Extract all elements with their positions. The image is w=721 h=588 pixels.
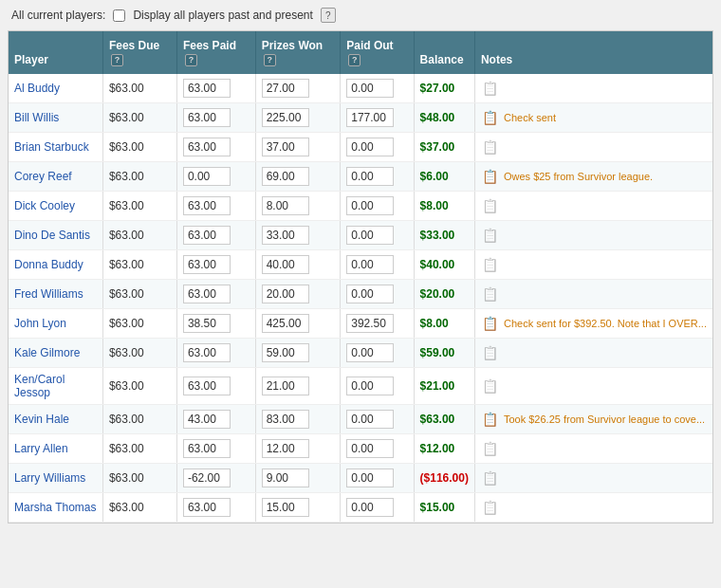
notes-cell: 📋 <box>474 492 712 522</box>
note-filled-icon[interactable]: 📋 <box>481 410 500 429</box>
note-filled-icon[interactable]: 📋 <box>481 167 500 186</box>
fees-paid-cell[interactable]: 63.00 <box>176 191 255 220</box>
table-row: Brian Starbuck$63.0063.0037.000.00$37.00… <box>9 132 712 161</box>
player-link[interactable]: Larry Williams <box>14 471 85 485</box>
player-link[interactable]: Ken/Carol Jessop <box>14 373 65 399</box>
note-empty-icon[interactable]: 📋 <box>481 196 500 215</box>
table-row: John Lyon$63.0038.50425.00392.50$8.00📋Ch… <box>9 308 712 338</box>
player-link[interactable]: Bill Willis <box>14 111 59 124</box>
note-empty-icon[interactable]: 📋 <box>481 498 500 517</box>
prizes-won-cell[interactable]: 21.00 <box>255 367 341 404</box>
fees-paid-cell[interactable]: -62.00 <box>176 463 255 492</box>
player-link[interactable]: Donna Buddy <box>14 258 83 271</box>
fees-paid-cell[interactable]: 63.00 <box>176 279 255 308</box>
player-cell: Al Buddy <box>9 74 102 103</box>
prizes-won-cell[interactable]: 83.00 <box>255 404 341 433</box>
note-filled-icon[interactable]: 📋 <box>481 108 500 127</box>
fees-paid-cell[interactable]: 0.00 <box>176 161 255 191</box>
note-filled-icon[interactable]: 📋 <box>481 314 500 333</box>
prizes-won-cell[interactable]: 40.00 <box>255 249 341 279</box>
players-table-wrapper: Player Fees Due ? Fees Paid ? Prizes Won… <box>8 30 713 524</box>
note-empty-icon[interactable]: 📋 <box>481 439 500 458</box>
player-cell: Marsha Thomas <box>9 492 102 522</box>
prizes-won-cell[interactable]: 20.00 <box>255 279 341 308</box>
player-link[interactable]: John Lyon <box>14 317 66 330</box>
table-row: Kale Gilmore$63.0063.0059.000.00$59.00📋 <box>9 338 712 367</box>
paid-out-cell[interactable]: 0.00 <box>341 161 414 191</box>
player-link[interactable]: Marsha Thomas <box>14 501 96 514</box>
fees-due-cell: $63.00 <box>102 249 176 279</box>
player-link[interactable]: Kale Gilmore <box>14 346 80 359</box>
fees-paid-cell[interactable]: 63.00 <box>176 102 255 132</box>
player-link[interactable]: Brian Starbuck <box>14 140 89 154</box>
paid-out-cell[interactable]: 0.00 <box>341 220 414 249</box>
fees-paid-cell[interactable]: 63.00 <box>176 74 255 103</box>
notes-cell: 📋 <box>474 463 712 492</box>
table-row: Marsha Thomas$63.0063.0015.000.00$15.00📋 <box>9 492 712 522</box>
fees-paid-cell[interactable]: 63.00 <box>176 433 255 463</box>
note-empty-icon[interactable]: 📋 <box>481 469 500 487</box>
paid-out-cell[interactable]: 0.00 <box>341 492 414 522</box>
fees-due-cell: $63.00 <box>102 404 176 433</box>
prizes-won-cell[interactable]: 59.00 <box>255 338 341 367</box>
fees-due-cell: $63.00 <box>102 338 176 367</box>
prizes-won-cell[interactable]: 33.00 <box>255 220 341 249</box>
display-all-help-icon[interactable]: ? <box>321 8 336 23</box>
prizes-won-cell[interactable]: 27.00 <box>255 74 341 103</box>
prizes-won-cell[interactable]: 69.00 <box>255 161 341 191</box>
fees-due-help-icon[interactable]: ? <box>111 54 123 66</box>
note-empty-icon[interactable]: 📋 <box>481 79 500 98</box>
fees-paid-cell[interactable]: 38.50 <box>176 308 255 338</box>
note-empty-icon[interactable]: 📋 <box>481 377 500 395</box>
prizes-won-cell[interactable]: 8.00 <box>255 191 341 220</box>
paid-out-cell[interactable]: 0.00 <box>341 338 414 367</box>
prizes-won-cell[interactable]: 12.00 <box>255 433 341 463</box>
paid-out-cell[interactable]: 0.00 <box>341 404 414 433</box>
fees-paid-cell[interactable]: 63.00 <box>176 367 255 404</box>
fees-paid-cell[interactable]: 63.00 <box>176 338 255 367</box>
paid-out-cell[interactable]: 0.00 <box>341 367 414 404</box>
paid-out-cell[interactable]: 0.00 <box>341 463 414 492</box>
prizes-won-cell[interactable]: 37.00 <box>255 132 341 161</box>
col-player: Player <box>9 31 102 74</box>
player-link[interactable]: Fred Williams <box>14 287 83 301</box>
paid-out-cell[interactable]: 392.50 <box>341 308 414 338</box>
player-link[interactable]: Dick Cooley <box>14 199 75 212</box>
prizes-won-cell[interactable]: 15.00 <box>255 492 341 522</box>
paid-out-cell[interactable]: 0.00 <box>341 132 414 161</box>
notes-cell: 📋Check sent for $392.50. Note that I OVE… <box>474 308 712 338</box>
display-all-checkbox[interactable] <box>113 9 125 22</box>
paid-out-cell[interactable]: 177.00 <box>341 102 414 132</box>
note-empty-icon[interactable]: 📋 <box>481 138 500 156</box>
fees-paid-cell[interactable]: 63.00 <box>176 220 255 249</box>
note-empty-icon[interactable]: 📋 <box>481 343 500 362</box>
player-link[interactable]: Larry Allen <box>14 442 68 455</box>
fees-paid-cell[interactable]: 63.00 <box>176 132 255 161</box>
fees-paid-cell[interactable]: 43.00 <box>176 404 255 433</box>
player-link[interactable]: Al Buddy <box>14 82 60 95</box>
paid-out-help-icon[interactable]: ? <box>348 54 360 66</box>
fees-paid-cell[interactable]: 63.00 <box>176 249 255 279</box>
paid-out-cell[interactable]: 0.00 <box>341 433 414 463</box>
note-empty-icon[interactable]: 📋 <box>481 226 500 245</box>
note-empty-icon[interactable]: 📋 <box>481 255 500 274</box>
prizes-won-help-icon[interactable]: ? <box>264 54 276 66</box>
player-link[interactable]: Corey Reef <box>14 170 72 183</box>
paid-out-cell[interactable]: 0.00 <box>341 191 414 220</box>
prizes-won-cell[interactable]: 425.00 <box>255 308 341 338</box>
prizes-won-cell[interactable]: 225.00 <box>255 102 341 132</box>
player-link[interactable]: Kevin Hale <box>14 413 69 426</box>
paid-out-cell[interactable]: 0.00 <box>341 279 414 308</box>
fees-paid-help-icon[interactable]: ? <box>185 54 197 66</box>
fees-due-cell: $63.00 <box>102 102 176 132</box>
notes-cell: 📋 <box>474 279 712 308</box>
fees-paid-cell[interactable]: 63.00 <box>176 492 255 522</box>
note-empty-icon[interactable]: 📋 <box>481 285 500 303</box>
player-link[interactable]: Dino De Santis <box>14 229 90 242</box>
fees-due-cell: $63.00 <box>102 463 176 492</box>
paid-out-cell[interactable]: 0.00 <box>341 249 414 279</box>
paid-out-cell[interactable]: 0.00 <box>341 74 414 103</box>
balance-cell: $37.00 <box>414 132 474 161</box>
table-row: Larry Allen$63.0063.0012.000.00$12.00📋 <box>9 433 712 463</box>
prizes-won-cell[interactable]: 9.00 <box>255 463 341 492</box>
